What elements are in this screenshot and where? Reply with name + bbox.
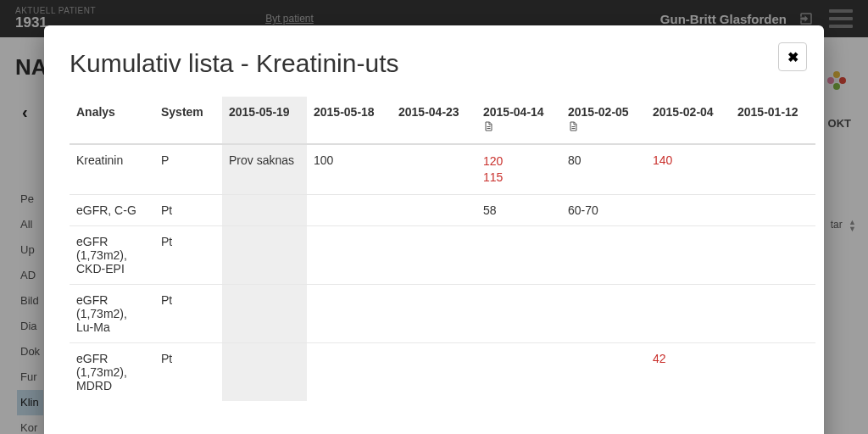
cell-value: Prov saknas xyxy=(222,144,307,194)
modal-overlay: Kumulativ lista - Kreatinin-uts ✖ Analys… xyxy=(0,0,868,434)
cell-value: 120115 xyxy=(476,144,561,194)
cell-value xyxy=(561,342,646,401)
cell-value xyxy=(392,144,476,194)
cell-value xyxy=(476,225,561,284)
col-date-2[interactable]: 2015-04-23 xyxy=(392,97,476,144)
cell-value xyxy=(731,194,815,225)
cell-value xyxy=(222,194,307,225)
document-icon[interactable] xyxy=(483,120,493,135)
table-row: eGFR (1,73m2), MDRDPt42 xyxy=(70,342,815,401)
cell-value: 42 xyxy=(646,342,731,401)
cell-analys: Kreatinin xyxy=(70,144,154,194)
cell-value xyxy=(731,342,815,401)
col-date-6[interactable]: 2015-01-12 xyxy=(731,97,815,144)
table-row: eGFR (1,73m2), CKD-EPIPt xyxy=(70,225,815,284)
cell-value: 60-70 xyxy=(561,194,646,225)
col-date-4[interactable]: 2015-02-05 xyxy=(561,97,646,144)
cell-analys: eGFR (1,73m2), Lu-Ma xyxy=(70,284,154,342)
cell-value xyxy=(307,194,392,225)
col-date-1[interactable]: 2015-05-18 xyxy=(307,97,392,144)
cumulative-table: Analys System 2015-05-19 2015-05-18 2015… xyxy=(70,97,815,401)
cell-value xyxy=(646,284,731,342)
col-system[interactable]: System xyxy=(154,97,222,144)
cell-value xyxy=(476,284,561,342)
cell-system: Pt xyxy=(154,225,222,284)
cell-value xyxy=(561,284,646,342)
table-row: eGFR, C-GPt5860-70 xyxy=(70,194,815,225)
col-date-3[interactable]: 2015-04-14 xyxy=(476,97,561,144)
cell-value xyxy=(731,144,815,194)
close-button[interactable]: ✖ xyxy=(778,42,807,71)
cell-value xyxy=(731,284,815,342)
cell-value: 100 xyxy=(307,144,392,194)
cell-system: Pt xyxy=(154,194,222,225)
cell-value xyxy=(476,342,561,401)
cell-value xyxy=(222,284,307,342)
cell-value: 140 xyxy=(646,144,731,194)
cell-system: Pt xyxy=(154,342,222,401)
col-analys[interactable]: Analys xyxy=(70,97,154,144)
cell-value xyxy=(392,342,476,401)
table-row: eGFR (1,73m2), Lu-MaPt xyxy=(70,284,815,342)
cell-analys: eGFR, C-G xyxy=(70,194,154,225)
table-row: KreatininPProv saknas10012011580140 xyxy=(70,144,815,194)
cell-value xyxy=(731,225,815,284)
cell-system: P xyxy=(154,144,222,194)
cell-value xyxy=(222,342,307,401)
cell-value xyxy=(392,194,476,225)
cell-analys: eGFR (1,73m2), CKD-EPI xyxy=(70,225,154,284)
document-icon[interactable] xyxy=(568,120,578,135)
cell-value: 58 xyxy=(476,194,561,225)
cell-value: 80 xyxy=(561,144,646,194)
cell-value xyxy=(222,225,307,284)
cell-value xyxy=(307,342,392,401)
col-date-5[interactable]: 2015-02-04 xyxy=(646,97,731,144)
cumulative-list-modal: Kumulativ lista - Kreatinin-uts ✖ Analys… xyxy=(44,25,824,434)
cell-value xyxy=(646,194,731,225)
table-header-row: Analys System 2015-05-19 2015-05-18 2015… xyxy=(70,97,815,144)
cell-value xyxy=(392,225,476,284)
cell-value xyxy=(646,225,731,284)
cell-value xyxy=(561,225,646,284)
cell-value xyxy=(392,284,476,342)
modal-title: Kumulativ lista - Kreatinin-uts xyxy=(70,49,798,78)
cell-analys: eGFR (1,73m2), MDRD xyxy=(70,342,154,401)
col-date-0[interactable]: 2015-05-19 xyxy=(222,97,307,144)
cell-value xyxy=(307,225,392,284)
cell-system: Pt xyxy=(154,284,222,342)
cell-value xyxy=(307,284,392,342)
close-icon: ✖ xyxy=(787,49,798,65)
